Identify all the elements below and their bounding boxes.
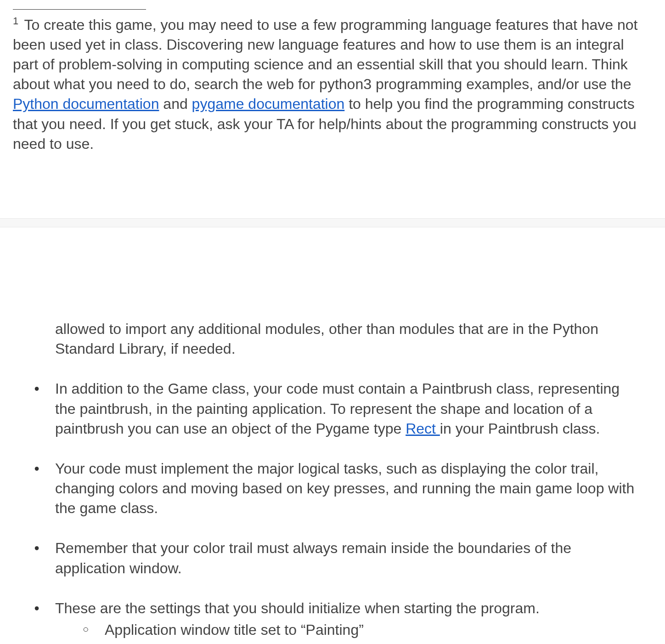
footnote-mid1: and <box>159 96 192 112</box>
footnote-section: 1 To create this game, you may need to u… <box>0 0 665 218</box>
sublist-item: Application window size set to (500, 400… <box>55 640 637 644</box>
requirements-list: In addition to the Game class, your code… <box>28 379 637 644</box>
list-item: In addition to the Game class, your code… <box>28 379 637 439</box>
rect-link[interactable]: Rect <box>406 420 440 437</box>
page-break-gap <box>0 218 665 227</box>
document-page: 1 To create this game, you may need to u… <box>0 0 665 644</box>
sublist-item: Application window title set to “Paintin… <box>55 620 637 640</box>
content-section: allowed to import any additional modules… <box>0 227 665 644</box>
python-documentation-link[interactable]: Python documentation <box>13 96 159 112</box>
list-item: Remember that your color trail must alwa… <box>28 538 637 578</box>
settings-sublist: Application window title set to “Paintin… <box>55 620 637 644</box>
footnote-pre: To create this game, you may need to use… <box>13 17 637 93</box>
pygame-documentation-link[interactable]: pygame documentation <box>192 96 345 112</box>
list-item: Your code must implement the major logic… <box>28 459 637 519</box>
footnote-text: 1 To create this game, you may need to u… <box>13 14 652 154</box>
footnote-divider <box>13 9 146 10</box>
footnote-marker: 1 <box>13 15 18 27</box>
continued-paragraph: allowed to import any additional modules… <box>55 319 637 359</box>
bullet-intro: These are the settings that you should i… <box>55 600 540 616</box>
bullet-post: in your Paintbrush class. <box>440 420 600 437</box>
list-item: These are the settings that you should i… <box>28 599 637 644</box>
